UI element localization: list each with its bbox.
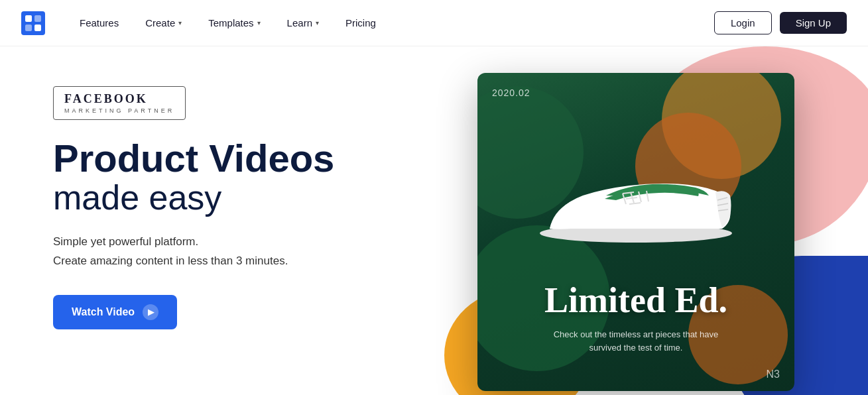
learn-chevron-icon: ▾ — [316, 19, 319, 27]
svg-rect-4 — [34, 25, 41, 31]
product-card: 2020.02 — [477, 73, 794, 391]
nav-pricing[interactable]: Pricing — [332, 0, 389, 46]
nav-auth: Login Sign Up — [714, 11, 847, 34]
hero-section: FACEBOOK MARKETING PARTNER Product Video… — [0, 46, 868, 395]
card-date: 2020.02 — [492, 87, 530, 98]
sneaker-image — [530, 126, 742, 248]
hero-title-light: made easy — [53, 179, 424, 217]
nav-templates[interactable]: Templates ▾ — [195, 0, 273, 46]
logo[interactable] — [21, 11, 45, 35]
badge-subtitle: MARKETING PARTNER — [64, 107, 174, 114]
hero-visual: 2020.02 — [424, 73, 868, 395]
nav-create[interactable]: Create ▾ — [132, 0, 195, 46]
login-button[interactable]: Login — [714, 11, 772, 34]
nav-learn[interactable]: Learn ▾ — [274, 0, 332, 46]
svg-rect-2 — [34, 15, 41, 22]
hero-title-bold: Product Videos — [53, 139, 424, 179]
svg-rect-1 — [25, 15, 32, 22]
card-subtext: Check out the timeless art pieces that h… — [477, 328, 794, 354]
create-chevron-icon: ▾ — [178, 19, 182, 27]
play-icon: ▶ — [143, 304, 158, 320]
facebook-badge: FACEBOOK MARKETING PARTNER — [53, 86, 186, 120]
badge-title: FACEBOOK — [64, 92, 174, 106]
card-limited-text: Limited Ed. — [477, 282, 794, 318]
navbar: Features Create ▾ Templates ▾ Learn ▾ Pr… — [0, 0, 868, 46]
hero-description: Simple yet powerful platform. Create ama… — [53, 233, 424, 271]
hero-content: FACEBOOK MARKETING PARTNER Product Video… — [53, 73, 424, 329]
nav-features[interactable]: Features — [66, 0, 132, 46]
nav-links: Features Create ▾ Templates ▾ Learn ▾ Pr… — [66, 0, 714, 46]
card-tag: N3 — [767, 368, 780, 380]
signup-button[interactable]: Sign Up — [780, 12, 847, 34]
svg-rect-0 — [21, 11, 45, 35]
watch-video-button[interactable]: Watch Video ▶ — [53, 295, 177, 329]
svg-rect-3 — [25, 25, 32, 31]
templates-chevron-icon: ▾ — [257, 19, 261, 27]
